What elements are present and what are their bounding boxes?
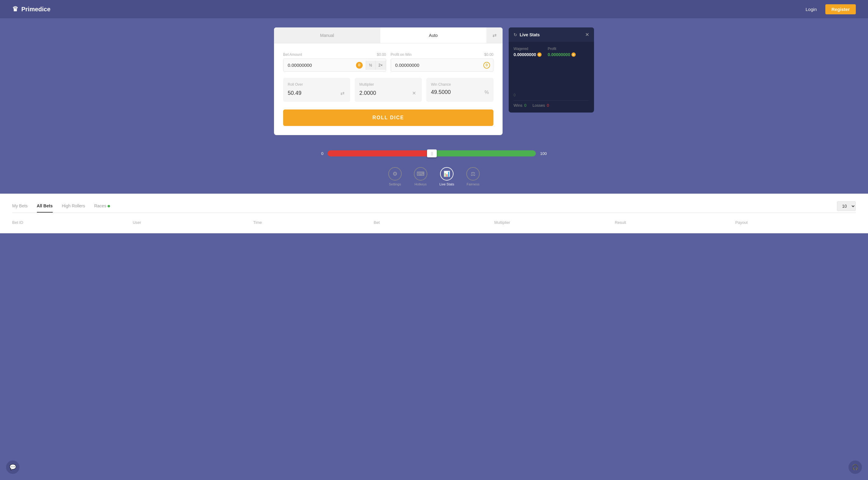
bottom-tab-my-bets[interactable]: My Bets xyxy=(12,200,28,213)
live-stats-label: Live Stats xyxy=(439,182,454,186)
tab-auto[interactable]: Auto xyxy=(380,27,487,43)
slider-track[interactable]: ||| xyxy=(328,150,536,156)
multiplier-label: Multiplier xyxy=(359,82,417,87)
game-panel: Manual Auto ⇄ Bet Amount $0.00 D ½ xyxy=(274,27,503,135)
table-col-bet: Bet xyxy=(374,220,494,225)
losses-label: Losses xyxy=(532,103,545,108)
losses-value: 0 xyxy=(547,103,549,108)
table-col-multiplier: Multiplier xyxy=(494,220,615,225)
tab-switch-icon[interactable]: ⇄ xyxy=(487,27,503,43)
settings-label: Settings xyxy=(389,182,401,186)
win-chance-field: Win Chance 49.5000 % xyxy=(426,78,493,102)
table-col-time: Time xyxy=(253,220,374,225)
slider-thumb[interactable]: ||| xyxy=(427,149,437,157)
bottom-icon-settings[interactable]: ⚙Settings xyxy=(388,167,402,186)
roll-over-input-row: 50.49 ⇄ xyxy=(288,89,346,97)
table-col-result: Result xyxy=(615,220,735,225)
header-right: Login Register xyxy=(801,4,856,14)
losses-item: Losses 0 xyxy=(532,103,549,108)
bottom-icons: ⚙Settings⌨Hotkeys📊Live Stats⚖Fairness xyxy=(0,162,868,193)
wins-item: Wins 0 xyxy=(514,103,526,108)
table-col-bet-id: Bet ID xyxy=(12,220,132,225)
bottom-tabs-row: My BetsAll BetsHigh RollersRaces102550 xyxy=(12,200,856,213)
multiplier-field: Multiplier 2.0000 ✕ xyxy=(355,78,422,102)
bottom-section: My BetsAll BetsHigh RollersRaces102550 B… xyxy=(0,193,868,233)
slider-container: 0 ||| 100 xyxy=(321,150,547,156)
fairness-label: Fairness xyxy=(467,182,479,186)
bottom-icon-live-stats[interactable]: 📊Live Stats xyxy=(439,167,454,186)
wagered-label: Wagered xyxy=(514,47,541,51)
bottom-icon-fairness[interactable]: ⚖Fairness xyxy=(466,167,480,186)
wins-value: 0 xyxy=(524,103,526,108)
half-button[interactable]: ½ xyxy=(366,61,375,70)
bottom-tab-all-bets[interactable]: All Bets xyxy=(37,200,53,213)
hotkeys-label: Hotkeys xyxy=(414,182,427,186)
game-content: Bet Amount $0.00 D ½ 2× Profit on Win $0… xyxy=(274,43,503,135)
roll-controls: Roll Over 50.49 ⇄ Multiplier 2.0000 ✕ xyxy=(283,78,493,102)
multiplier-value: 2.0000 xyxy=(359,90,376,96)
logo-text: Primedice xyxy=(21,6,51,13)
profit-label-row: Profit on Win $0.00 xyxy=(391,53,494,57)
profit-coin-icon: D xyxy=(571,53,576,57)
close-icon[interactable]: ✕ xyxy=(585,32,589,37)
headphones-button[interactable]: 🎧 xyxy=(848,460,862,474)
live-stats-panel: ↻ Live Stats ✕ Wagered 0.00000000 D Prof… xyxy=(509,27,594,113)
profit-input[interactable] xyxy=(391,59,484,71)
rows-per-page-select[interactable]: 102550 xyxy=(837,201,856,211)
multiplier-input-row: 2.0000 ✕ xyxy=(359,89,417,97)
logo-icon: ♛ xyxy=(12,5,18,13)
win-chance-label: Win Chance xyxy=(431,82,489,87)
table-header: Bet IDUserTimeBetMultiplierResultPayout xyxy=(12,218,856,227)
profit-stat: Profit 0.00000000 D xyxy=(548,47,576,57)
chart-zero: 0 xyxy=(514,93,516,97)
slider-area: 0 ||| 100 xyxy=(0,144,868,162)
profit-label: Profit on Win xyxy=(391,53,412,57)
win-chance-input-row: 49.5000 % xyxy=(431,89,489,95)
wins-label: Wins xyxy=(514,103,522,108)
register-button[interactable]: Register xyxy=(825,4,856,14)
multiplier-clear-btn[interactable]: ✕ xyxy=(411,89,417,97)
chart-area: 0 xyxy=(514,61,589,97)
bet-row: Bet Amount $0.00 D ½ 2× Profit on Win $0… xyxy=(283,53,493,72)
bet-amount-label-row: Bet Amount $0.00 xyxy=(283,53,386,57)
roll-dice-button[interactable]: ROLL DICE xyxy=(283,110,493,126)
profit-input-wrapper: D xyxy=(391,59,494,72)
header: ♛ Primedice Login Register xyxy=(0,0,868,18)
roll-over-value: 50.49 xyxy=(288,90,302,96)
slider-min: 0 xyxy=(321,151,323,156)
live-stats-body: Wagered 0.00000000 D Profit 0.00000000 D… xyxy=(509,42,594,113)
bet-amount-label: Bet Amount xyxy=(283,53,302,57)
bet-amount-group: Bet Amount $0.00 D ½ 2× xyxy=(283,53,386,72)
bottom-tab-high-rollers[interactable]: High Rollers xyxy=(62,200,85,213)
game-tabs: Manual Auto ⇄ xyxy=(274,27,503,43)
bottom-tab-races[interactable]: Races xyxy=(94,200,110,213)
live-stats-title: Live Stats xyxy=(520,32,540,37)
profit-stat-value: 0.00000000 xyxy=(548,52,570,57)
bottom-icon-hotkeys[interactable]: ⌨Hotkeys xyxy=(414,167,427,186)
wins-losses: Wins 0 Losses 0 xyxy=(514,100,589,108)
wagered-stat: Wagered 0.00000000 D xyxy=(514,47,541,57)
roll-over-field: Roll Over 50.49 ⇄ xyxy=(283,78,350,102)
login-button[interactable]: Login xyxy=(801,4,822,14)
stats-top-row: Wagered 0.00000000 D Profit 0.00000000 D xyxy=(514,47,589,57)
table-col-user: User xyxy=(132,220,253,225)
double-button[interactable]: 2× xyxy=(375,61,386,70)
bet-amount-input[interactable] xyxy=(283,59,356,71)
live-stats-header: ↻ Live Stats ✕ xyxy=(509,27,594,42)
races-live-dot xyxy=(107,205,110,207)
wagered-coin-icon: D xyxy=(537,53,541,57)
live-stats-title-area: ↻ Live Stats xyxy=(514,32,540,37)
chat-button[interactable]: 💬 xyxy=(6,460,20,474)
slider-max: 100 xyxy=(540,151,547,156)
refresh-icon[interactable]: ↻ xyxy=(514,32,517,37)
roll-over-toggle-btn[interactable]: ⇄ xyxy=(339,89,346,97)
tab-manual[interactable]: Manual xyxy=(274,27,380,43)
profit-group: Profit on Win $0.00 D xyxy=(391,53,494,72)
win-chance-value: 49.5000 xyxy=(431,89,451,95)
live-stats-circle-icon: 📊 xyxy=(440,167,454,181)
wagered-value-row: 0.00000000 D xyxy=(514,52,541,57)
table-col-payout: Payout xyxy=(736,220,856,225)
profit-stat-value-row: 0.00000000 D xyxy=(548,52,576,57)
profit-stat-label: Profit xyxy=(548,47,576,51)
thumb-lines-icon: ||| xyxy=(431,151,433,155)
